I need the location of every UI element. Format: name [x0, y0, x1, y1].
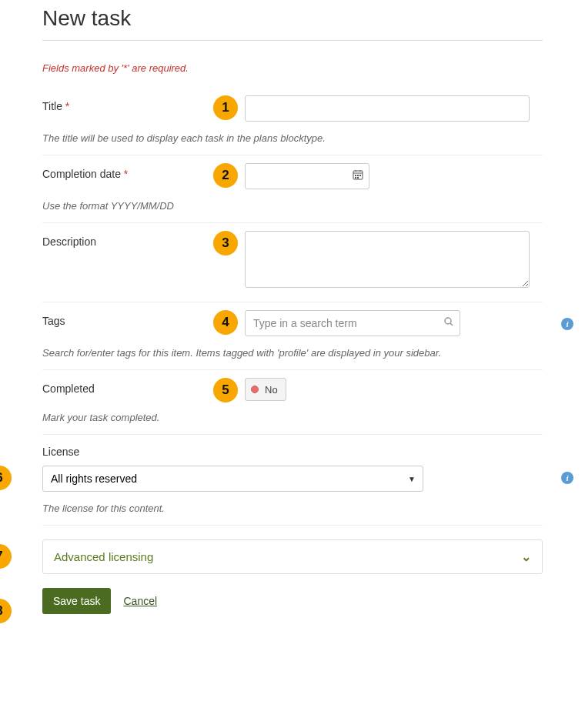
field-row-license: License All rights reserved ▼ 6 i The li…	[42, 435, 543, 526]
description-input[interactable]	[245, 231, 530, 288]
field-row-description: Description 3	[42, 223, 543, 302]
title-help: The title will be used to display each t…	[42, 132, 543, 144]
callout-6: 6	[0, 466, 12, 490]
completion-date-label-text: Completion date	[42, 168, 121, 180]
toggle-off-indicator-icon	[251, 386, 259, 393]
required-fields-note: Fields marked by '*' are required.	[42, 62, 543, 74]
completed-help: Mark your task completed.	[42, 412, 543, 423]
field-row-tags: Tags 4 i Search for/enter tags for this …	[42, 302, 543, 370]
callout-8: 8	[0, 599, 12, 623]
callout-3: 3	[213, 231, 238, 255]
info-icon[interactable]: i	[561, 318, 573, 333]
completed-toggle[interactable]: No	[245, 378, 286, 401]
save-task-button[interactable]: Save task	[42, 588, 111, 614]
toggle-label: No	[265, 384, 278, 396]
info-icon[interactable]: i	[561, 472, 573, 487]
completion-date-input[interactable]	[245, 163, 369, 189]
chevron-down-icon: ⌄	[521, 549, 531, 564]
completion-date-help: Use the format YYYY/MM/DD	[42, 200, 543, 212]
license-label: License	[42, 446, 543, 458]
svg-point-9	[445, 318, 451, 324]
required-mark: *	[124, 168, 128, 180]
field-row-completion-date: Completion date * 2 Use the format YYYY/…	[42, 155, 543, 223]
svg-line-10	[450, 323, 453, 326]
title-label-text: Title	[42, 100, 62, 112]
field-row-title: Title * 1 The title will be used to disp…	[42, 88, 543, 155]
tags-input[interactable]	[245, 310, 460, 336]
title-input[interactable]	[245, 95, 530, 122]
advanced-licensing-toggle[interactable]: Advanced licensing ⌄	[42, 539, 543, 574]
page-title: New task	[42, 0, 543, 41]
tags-help: Search for/enter tags for this item. Ite…	[42, 347, 543, 359]
field-row-completed: Completed No 5 Mark your task completed.	[42, 370, 543, 435]
required-mark: *	[65, 100, 69, 112]
callout-2: 2	[213, 163, 238, 188]
license-select[interactable]: All rights reserved	[42, 466, 423, 492]
search-icon	[443, 316, 454, 330]
form-actions: Save task Cancel	[42, 588, 543, 614]
cancel-link[interactable]: Cancel	[123, 595, 157, 607]
callout-1: 1	[213, 95, 238, 120]
callout-4: 4	[213, 310, 238, 335]
callout-7: 7	[0, 544, 12, 569]
advanced-licensing-label: Advanced licensing	[54, 550, 153, 563]
callout-5: 5	[213, 378, 238, 402]
license-help: The license for this content.	[42, 503, 543, 514]
